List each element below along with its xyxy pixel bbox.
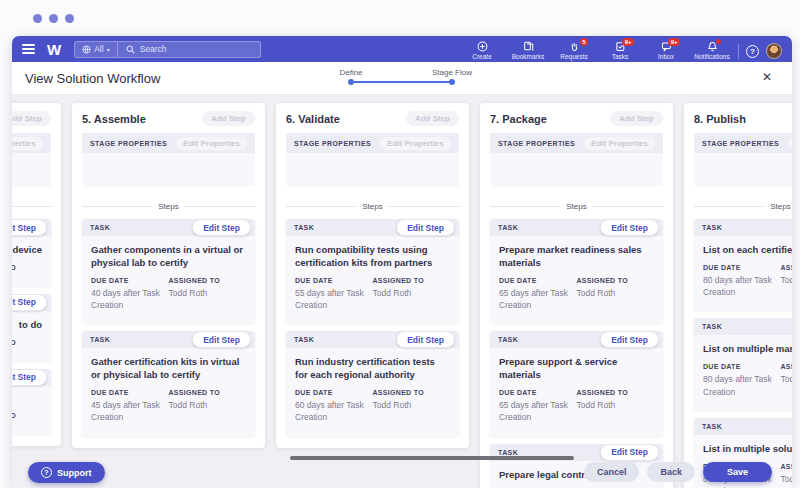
- assigned-to-value: Todd Roth: [169, 399, 247, 411]
- help-icon[interactable]: ?: [746, 45, 759, 58]
- close-icon[interactable]: ✕: [760, 70, 774, 84]
- edit-step-button[interactable]: Edit Step: [192, 219, 251, 236]
- add-step-button[interactable]: Add Step: [12, 111, 51, 126]
- edit-step-button[interactable]: Edit Step: [600, 219, 659, 236]
- steps-divider: Steps: [490, 202, 663, 211]
- steps-divider: Steps: [12, 202, 51, 211]
- task-card: TASKEdit StepGather components in a virt…: [82, 219, 255, 323]
- navbar-action-requests[interactable]: Requests5: [551, 38, 597, 60]
- stepper-step-stage-flow[interactable]: Stage Flow: [422, 68, 482, 77]
- assigned-to-label: ASSIGNED TO: [781, 363, 793, 370]
- navbar-action-notifications[interactable]: Notifications: [689, 38, 735, 60]
- edit-properties-button[interactable]: Edit Properties: [584, 137, 655, 150]
- stage-properties-label: STAGE PROPERTIES: [294, 140, 371, 147]
- user-avatar[interactable]: [766, 43, 782, 59]
- steps-divider: Steps: [286, 202, 459, 211]
- task-card: TASKEdit StepDUE DATEASSIGNED TO: [12, 369, 51, 434]
- task-card: TASKEdit StepList on each certified's IT…: [694, 219, 792, 310]
- navbar-action-bookmarks[interactable]: Bookmarks: [505, 38, 551, 60]
- stage-column: 7. PackageAdd StepSTAGE PROPERTIESEdit P…: [480, 103, 673, 488]
- horizontal-scrollbar[interactable]: [290, 456, 574, 460]
- task-type-label: TASK: [702, 224, 722, 231]
- due-date-value: 45 days after Task Creation: [91, 399, 169, 424]
- navbar-divider: [738, 44, 739, 59]
- stage-properties-panel: STAGE PROPERTIESEdit Properties: [694, 133, 792, 187]
- task-title: List on multiple marketpla: [703, 343, 792, 356]
- task-title: List in multiple solution ca: [703, 443, 792, 456]
- edit-step-button[interactable]: Edit Step: [600, 444, 659, 461]
- stage-properties-body: [694, 153, 792, 187]
- save-button[interactable]: Save: [703, 462, 772, 482]
- navbar-action-label: Bookmarks: [512, 53, 545, 60]
- app-window: W All ▾ Search CreateBookmar: [12, 36, 792, 488]
- stage-properties-panel: STAGE PROPERTIESEdit Properties: [82, 133, 255, 187]
- stepper-dot-define[interactable]: [348, 79, 354, 85]
- cancel-button[interactable]: Cancel: [584, 462, 640, 482]
- navbar-action-tasks[interactable]: Tasks9+: [597, 38, 643, 60]
- assigned-to-label: ASSIGNED TO: [577, 277, 655, 284]
- task-type-label: TASK: [498, 336, 518, 343]
- support-label: Support: [57, 468, 92, 478]
- edit-step-button[interactable]: Edit Step: [12, 219, 47, 236]
- support-button[interactable]: ? Support: [28, 462, 105, 483]
- navbar-actions: CreateBookmarksRequests5Tasks9+Inbox9+No…: [459, 38, 735, 60]
- add-step-button[interactable]: Add Step: [610, 111, 663, 126]
- due-date-label: DUE DATE: [91, 277, 169, 284]
- add-step-button[interactable]: Add Step: [202, 111, 255, 126]
- navbar-action-inbox[interactable]: Inbox9+: [643, 38, 689, 60]
- search-scope-value: All: [94, 44, 103, 54]
- task-card: TASKEdit Stepin deviceDUE DATEASSIGNED T…: [12, 219, 51, 286]
- stepper-dot-stage-flow[interactable]: [449, 79, 455, 85]
- assigned-to-value: Todd Roth: [169, 287, 247, 299]
- task-type-label: TASK: [702, 323, 722, 330]
- navbar-action-create[interactable]: Create: [459, 38, 505, 60]
- navbar-action-label: Notifications: [694, 53, 729, 60]
- stage-column: 6. ValidateAdd StepSTAGE PROPERTIESEdit …: [276, 103, 469, 448]
- steps-divider: Steps: [694, 202, 792, 211]
- footer-actions: Cancel Back Save: [584, 462, 772, 482]
- window-dot: [65, 14, 74, 23]
- edit-step-button[interactable]: Edit Step: [12, 294, 47, 311]
- stage-column: 5. AssembleAdd StepSTAGE PROPERTIESEdit …: [72, 103, 265, 448]
- task-type-label: TASK: [90, 336, 110, 343]
- search-scope-dropdown[interactable]: All ▾: [75, 42, 117, 57]
- search-input[interactable]: Search: [118, 44, 261, 54]
- add-step-button[interactable]: Add Step: [406, 111, 459, 126]
- edit-properties-button[interactable]: Edit Properties: [12, 137, 43, 150]
- edit-step-button[interactable]: Edit Step: [396, 219, 455, 236]
- page-header: View Solution Workflow Define Stage Flow…: [12, 62, 792, 95]
- app-logo[interactable]: W: [47, 41, 60, 58]
- chevron-down-icon: ▾: [107, 46, 110, 53]
- window-dot: [33, 14, 42, 23]
- task-title: in device: [12, 244, 42, 257]
- assigned-to-label: ASSIGNED TO: [169, 389, 247, 396]
- edit-step-button[interactable]: Edit Step: [192, 331, 251, 348]
- edit-properties-button[interactable]: Edit Properties: [380, 137, 451, 150]
- stage-flow-board: Add StepSTAGE PROPERTIESEdit PropertiesS…: [12, 95, 792, 488]
- task-title: Gather components in a virtual or physic…: [91, 244, 246, 270]
- edit-properties-button[interactable]: Edit Properties: [788, 137, 792, 150]
- task-title: Run industry certification tests for eac…: [295, 356, 450, 382]
- edit-properties-button[interactable]: Edit Properties: [176, 137, 247, 150]
- edit-step-button[interactable]: Edit Step: [396, 331, 455, 348]
- due-date-value: 65 days after Task Creation: [499, 399, 577, 424]
- task-card: TASKEdit StepList on multiple marketplaD…: [694, 318, 792, 409]
- stage-properties-label: STAGE PROPERTIES: [498, 140, 575, 147]
- task-card: TASKEdit Stepto doDUE DATEASSIGNED TO: [12, 294, 51, 361]
- assigned-to-value: Todd Roth: [373, 287, 451, 299]
- stage-properties-panel: STAGE PROPERTIESEdit Properties: [286, 133, 459, 187]
- window-dot: [49, 14, 58, 23]
- stepper-step-define[interactable]: Define: [321, 68, 381, 77]
- edit-step-button[interactable]: Edit Step: [12, 369, 47, 386]
- hand-icon: [569, 41, 580, 52]
- edit-step-button[interactable]: Edit Step: [600, 331, 659, 348]
- stage-properties-body: [82, 153, 255, 187]
- steps-divider-label: Steps: [158, 202, 178, 211]
- task-card: TASKEdit StepRun industry certification …: [286, 331, 459, 435]
- back-button[interactable]: Back: [647, 462, 695, 482]
- due-date-value: 55 days after Task Creation: [295, 287, 373, 312]
- hamburger-menu-icon[interactable]: [22, 44, 35, 54]
- steps-divider-label: Steps: [362, 202, 382, 211]
- count-badge: 5: [580, 38, 588, 46]
- question-icon: ?: [41, 467, 52, 478]
